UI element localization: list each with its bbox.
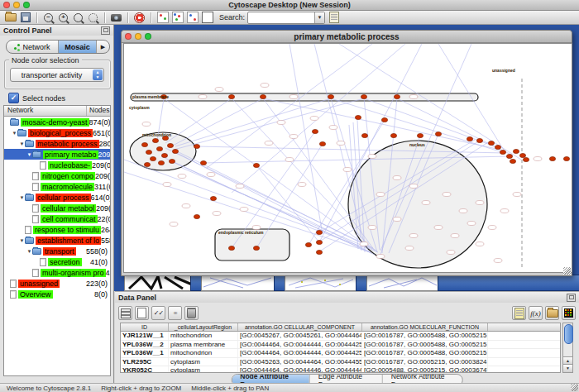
network-node[interactable] <box>495 145 500 149</box>
network-node-label[interactable] <box>265 141 273 146</box>
network-node[interactable] <box>228 94 234 98</box>
table-row[interactable]: YKR052Ccytoplasm[GO:0044464, GO:0044446,… <box>121 366 560 373</box>
tab-mosaic[interactable]: Mosaic <box>59 41 97 53</box>
tree-row[interactable]: Overview8(0) <box>4 289 110 299</box>
network-node-label[interactable] <box>170 222 178 227</box>
tab-overflow-arrow[interactable]: ▶ <box>97 41 109 53</box>
network-node[interactable] <box>549 156 555 160</box>
tree-row[interactable]: mosaic-demo-yeast874(0) <box>4 117 110 127</box>
network-node[interactable] <box>194 214 199 218</box>
network-node[interactable] <box>355 115 361 119</box>
network-node[interactable] <box>523 157 529 161</box>
network-node-label[interactable] <box>434 226 443 230</box>
formula-fx-icon[interactable]: f(x) <box>529 306 543 320</box>
tree-row[interactable]: multi-organism pro42(0) <box>4 267 110 278</box>
network-node[interactable] <box>506 154 512 158</box>
network-node-label[interactable] <box>476 201 484 205</box>
filter-network-icon[interactable] <box>186 12 199 23</box>
network-node[interactable] <box>500 150 505 154</box>
tree-column-network[interactable]: Network <box>4 106 87 116</box>
network-node-label[interactable] <box>240 208 248 212</box>
tree-row[interactable]: macromolecule311(0) <box>4 181 110 192</box>
network-node-label[interactable] <box>199 95 207 99</box>
zoom-out-icon[interactable]: − <box>42 12 55 23</box>
network-node-label[interactable] <box>488 226 496 230</box>
tree-row[interactable]: nitrogen compo209(0) <box>4 170 110 181</box>
network-node-label[interactable] <box>393 218 401 222</box>
tree-row[interactable]: ▼transport558(0) <box>4 246 110 256</box>
network-node-label[interactable] <box>368 226 376 230</box>
table-row[interactable]: YPL036W__2plasma membrane[GO:0044464, GO… <box>121 341 560 350</box>
background-window-thumbnail[interactable] <box>366 275 439 291</box>
tree-row[interactable]: unassigned223(0) <box>4 278 110 289</box>
table-column-header[interactable]: _cellularLayoutRegion <box>169 323 238 331</box>
table-column-header[interactable]: annotation.GO CELLULAR_COMPONENT <box>238 323 362 331</box>
attribute-page-icon[interactable] <box>328 12 340 23</box>
network-node[interactable] <box>361 94 366 98</box>
network-node-label[interactable] <box>215 88 223 92</box>
network-node-label[interactable] <box>337 141 345 146</box>
network-node-label[interactable] <box>213 212 221 216</box>
zoom-fit-icon[interactable] <box>87 12 99 23</box>
annotation-notes-icon[interactable] <box>512 306 526 320</box>
network-node[interactable] <box>476 138 482 142</box>
network-node[interactable] <box>169 159 175 163</box>
network-node-label[interactable] <box>298 183 306 187</box>
network-node-label[interactable] <box>393 176 401 180</box>
network-node-label[interactable] <box>494 259 502 263</box>
network-node[interactable] <box>316 250 322 254</box>
new-attribute-icon[interactable] <box>135 306 149 320</box>
tree-row[interactable]: ▼biological_process651(0) <box>4 127 110 138</box>
network-node[interactable] <box>228 246 234 250</box>
network-node[interactable] <box>260 94 266 98</box>
network-node-label[interactable] <box>405 246 414 251</box>
network-node-label[interactable] <box>513 193 521 197</box>
network-icon[interactable] <box>156 12 169 23</box>
table-row[interactable]: YJR121W__1mitochondrion[GO:0045267, GO:0… <box>121 332 560 341</box>
network-node-label[interactable] <box>182 204 190 208</box>
network-node[interactable] <box>200 160 206 165</box>
network-view-window[interactable]: primary metabolic process plasma membran… <box>121 30 572 276</box>
table-row[interactable]: YLR295Ccytoplasm[GO:0045263, GO:0044464,… <box>121 358 560 367</box>
table-column-header[interactable]: ID <box>121 323 169 331</box>
background-window-thumbnail[interactable] <box>201 275 275 291</box>
network-node[interactable] <box>161 153 167 157</box>
tree-expand-icon[interactable]: ▼ <box>26 249 32 254</box>
network-node[interactable] <box>152 138 158 142</box>
network-node-label[interactable] <box>178 174 186 179</box>
network-node[interactable] <box>312 129 318 133</box>
network-node[interactable] <box>172 149 178 153</box>
float-panel-icon[interactable] <box>101 26 110 35</box>
network-node-label[interactable] <box>329 126 337 130</box>
network-node[interactable] <box>150 156 156 160</box>
network-node-label[interactable] <box>534 157 542 161</box>
tree-row[interactable]: cell communicat22(0) <box>4 213 110 224</box>
network-node-label[interactable] <box>409 184 418 189</box>
network-node[interactable] <box>146 150 151 154</box>
vizmapper-icon[interactable] <box>171 12 184 23</box>
network-node-label[interactable] <box>207 173 215 177</box>
tree-row[interactable]: ▼metabolic process280(0) <box>4 138 110 149</box>
network-node-label[interactable] <box>163 183 171 187</box>
network-node[interactable] <box>519 153 525 157</box>
network-node-label[interactable] <box>290 135 298 139</box>
background-window-thumbnail[interactable] <box>285 275 357 291</box>
search-dropdown-arrow-icon[interactable]: ▼ <box>314 12 324 23</box>
network-node[interactable] <box>488 141 494 145</box>
network-node[interactable] <box>194 144 199 148</box>
app-resize-grip[interactable] <box>571 384 578 391</box>
network-node-label[interactable] <box>277 121 285 125</box>
network-node-label[interactable] <box>459 209 467 213</box>
network-canvas[interactable]: plasma membranecytoplasmmitochondrionnuc… <box>123 43 572 273</box>
network-node-label[interactable] <box>409 95 418 99</box>
network-node-label[interactable] <box>285 158 294 162</box>
network-node-label[interactable] <box>447 251 455 255</box>
tree-expand-icon[interactable]: ▼ <box>19 238 25 243</box>
network-node-label[interactable] <box>500 209 509 213</box>
network-node-label[interactable] <box>476 242 484 246</box>
tree-expand-icon[interactable]: ▼ <box>19 141 25 146</box>
network-node-label[interactable] <box>422 201 430 205</box>
network-node[interactable] <box>417 133 423 137</box>
network-node-label[interactable] <box>236 184 244 189</box>
search-input[interactable]: ▼ <box>247 12 325 24</box>
